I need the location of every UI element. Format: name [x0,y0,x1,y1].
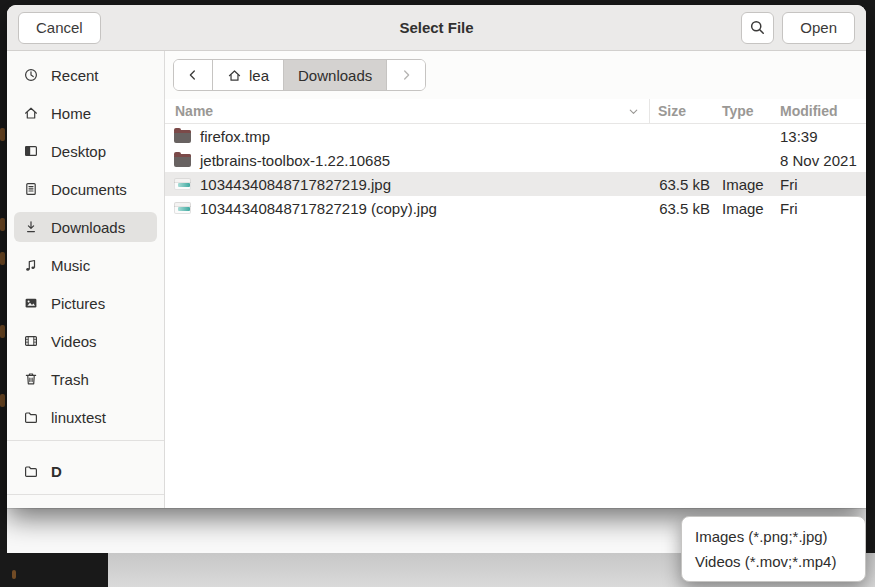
path-segment-downloads[interactable]: Downloads [284,60,387,90]
file-size: 63.5 kB [650,176,714,193]
file-row-jpg-selected[interactable]: 10344340848717827219.jpg 63.5 kB Image F… [165,172,866,196]
sidebar-separator [7,494,164,495]
sidebar-item-label: Recent [51,67,99,84]
dialog-title: Select File [7,19,866,36]
search-button[interactable] [741,12,774,44]
sidebar-item-recent[interactable]: Recent [14,60,157,90]
file-row-firefox-tmp[interactable]: firefox.tmp 13:39 [165,124,866,148]
path-segment-label: lea [249,67,269,84]
pathbar: lea Downloads [165,51,866,99]
sidebar-item-label: Videos [51,333,97,350]
sidebar-item-label: Pictures [51,295,105,312]
sidebar-item-music[interactable]: Music [14,250,157,280]
sidebar-item-linuxtest[interactable]: linuxtest [14,402,157,432]
image-thumbnail-icon [174,178,191,190]
file-name: 10344340848717827219.jpg [200,176,391,193]
column-header-name[interactable]: Name [165,99,650,123]
home-small-icon [227,68,242,83]
folder-icon [174,154,191,167]
file-name: jetbrains-toolbox-1.22.10685 [200,152,390,169]
desktop-icon [23,143,39,159]
picture-icon [23,295,39,311]
places-sidebar: Recent Home Desktop [7,51,165,508]
column-header-type[interactable]: Type [714,103,772,119]
file-modified: 13:39 [772,128,866,145]
file-type: Image [714,200,772,217]
file-row-jetbrains-toolbox[interactable]: jetbrains-toolbox-1.22.10685 8 Nov 2021 [165,148,866,172]
sidebar-item-label: Trash [51,371,89,388]
document-icon [23,181,39,197]
file-chooser-dialog: Select File Cancel Open Recent [7,5,866,508]
folder-icon [174,130,191,143]
background-window-artifact [0,394,5,407]
screen: { "dialog": { "title": "Select File", "c… [0,0,875,587]
sidebar-item-home[interactable]: Home [14,98,157,128]
file-modified: Fri [772,200,866,217]
sort-chevron-icon [627,105,640,118]
home-icon [23,105,39,121]
filter-option-videos[interactable]: Videos (*.mov;*.mp4) [682,549,865,574]
background-window-artifact [12,570,16,579]
sidebar-item-desktop[interactable]: Desktop [14,136,157,166]
cancel-button[interactable]: Cancel [18,12,101,44]
folder-icon [23,409,39,425]
sidebar-item-label: Downloads [51,219,125,236]
sidebar-item-label: Documents [51,181,127,198]
sidebar-item-downloads[interactable]: Downloads [14,212,157,242]
path-segment-label: Downloads [298,67,372,84]
film-icon [23,333,39,349]
back-button[interactable] [174,60,213,90]
music-note-icon [23,257,39,273]
file-name: firefox.tmp [200,128,270,145]
sidebar-item-label: Desktop [51,143,106,160]
chevron-left-icon [186,68,200,82]
file-type: Image [714,176,772,193]
dialog-headerbar: Select File Cancel Open [7,5,866,51]
file-modified: Fri [772,176,866,193]
sidebar-item-label: D [51,463,62,480]
sidebar-item-documents[interactable]: Documents [14,174,157,204]
background-window-artifact [0,252,5,265]
sidebar-item-trash[interactable]: Trash [14,364,157,394]
column-header-size[interactable]: Size [650,103,714,119]
sidebar-item-pictures[interactable]: Pictures [14,288,157,318]
folder-icon [23,463,39,479]
sidebar-item-d[interactable]: D [14,456,157,486]
trash-icon [23,371,39,387]
file-row-jpg-copy[interactable]: 10344340848717827219 (copy).jpg 63.5 kB … [165,196,866,220]
sidebar-item-label: linuxtest [51,409,106,426]
file-modified: 8 Nov 2021 [772,152,866,169]
chevron-right-icon [399,68,413,82]
image-thumbnail-icon [174,202,191,214]
filter-option-images[interactable]: Images (*.png;*.jpg) [682,524,865,549]
recent-clock-icon [23,67,39,83]
open-button[interactable]: Open [782,12,855,44]
sidebar-item-label: Music [51,257,90,274]
list-column-headers: Name Size Type Modified [165,99,866,124]
search-icon [749,19,766,36]
sidebar-separator [7,440,164,441]
sidebar-item-videos[interactable]: Videos [14,326,157,356]
file-name: 10344340848717827219 (copy).jpg [200,200,437,217]
path-segment-home[interactable]: lea [213,60,284,90]
sidebar-item-label: Home [51,105,91,122]
file-browser-pane: lea Downloads Name [165,51,866,508]
file-size: 63.5 kB [650,200,714,217]
download-icon [23,219,39,235]
background-window-artifact [0,325,5,338]
background-window-artifact [0,218,5,231]
forward-button [387,60,425,90]
file-filter-menu: Images (*.png;*.jpg) Videos (*.mov;*.mp4… [681,516,866,582]
background-window-artifact [0,128,5,141]
column-header-modified[interactable]: Modified [772,103,866,119]
